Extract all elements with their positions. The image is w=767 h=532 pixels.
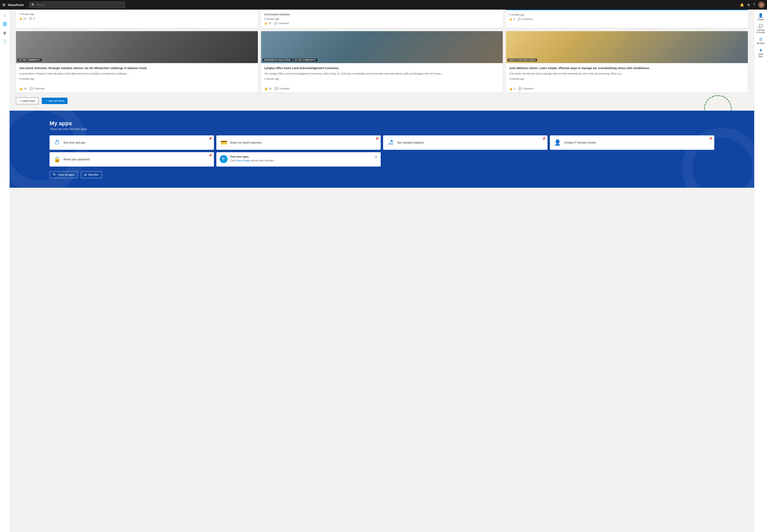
like-icon: 👍 [509, 18, 512, 21]
news-section: 5 minutes ago 👍 16 💬 3 Community Inclusi… [10, 10, 754, 111]
quick-links-icon: ★ [759, 48, 763, 53]
sidebar-item-my-apps[interactable]: ☰ My Apps [755, 35, 766, 46]
help-icon[interactable]: ? [753, 3, 755, 7]
like-icon: 👍 [264, 22, 267, 25]
comment-icon: 💬 [518, 87, 522, 90]
app-card-contact-it[interactable]: 👤 Contact IT Service Centre 📌 [550, 135, 714, 150]
find-apps-close-button[interactable]: ✕ [375, 155, 377, 159]
password-icon: 🔒 [54, 156, 61, 163]
top-card-2-like[interactable]: 👍 10 [264, 22, 271, 25]
app-card-password[interactable]: 🔒 Reset your password 📌 [50, 152, 214, 167]
sidebar-item-globe[interactable]: 🌐 [1, 20, 9, 28]
card-comment-indigenous[interactable]: 💬 Comment [275, 87, 290, 90]
main-content: 5 minutes ago 👍 16 💬 3 Community Inclusi… [10, 10, 754, 532]
card-body-wellness: June Wellness Series: Learn simple, effe… [506, 63, 748, 85]
password-pin-icon[interactable]: 📌 [209, 154, 212, 157]
app-card-vacation[interactable]: 🏖 See vacation balance 📌 [383, 135, 547, 150]
view-all-apps-button[interactable]: 🔍 View all apps [50, 171, 78, 178]
time-pay-pin-icon[interactable]: 📌 [209, 137, 212, 140]
avatar[interactable]: JD [758, 2, 765, 8]
card-tags: IN THE COMMUNITY [18, 59, 42, 62]
comment-label: Comment [523, 87, 533, 90]
card-actions-indigenous: 👍 19 💬 Comment [261, 85, 503, 93]
top-card-1-like[interactable]: 👍 16 [19, 17, 26, 20]
top-card-2-actions: 👍 10 💬 Comment [264, 22, 500, 25]
card-like-indigenous[interactable]: 👍 19 [264, 87, 271, 90]
card-image-indigenous: INDIGENOUS RELATIONS IN THE COMMUNITY [261, 31, 503, 63]
my-apps-section: My apps These are your favourite apps. ⏱… [10, 111, 754, 188]
comings-goings-icon: 💬 [759, 24, 763, 28]
card-tag-in-community: IN THE COMMUNITY [18, 59, 42, 62]
news-grid: IN THE COMMUNITY Join David Johnston, St… [16, 31, 748, 93]
settings-icon[interactable]: ⚙ [747, 3, 750, 7]
top-card-2-comment[interactable]: 💬 Comment [274, 22, 289, 25]
app-card-time-pay[interactable]: ⏱ See time and pay 📌 [50, 135, 214, 150]
card-comment-wellness[interactable]: 💬 Comment [518, 87, 533, 90]
find-apps-view-all-link[interactable]: View all apps [236, 159, 250, 162]
sidebar-item-comings-goings[interactable]: 💬 Comings & Goings [755, 23, 766, 34]
like-icon: 👍 [509, 87, 513, 90]
load-more-button[interactable]: + Load more [16, 97, 39, 104]
top-card-3-comment[interactable]: 💬 Comment [518, 18, 533, 21]
sidebar-item-quick-links[interactable]: ★ Quick links [755, 47, 766, 58]
contact-it-icon: 👤 [554, 139, 561, 146]
app-card-travel[interactable]: 💳 Enter my travel expenses 📌 [216, 135, 381, 150]
top-card-1: 5 minutes ago 👍 16 💬 3 [16, 10, 258, 28]
top-card-1-comment[interactable]: 💬 3 [29, 17, 35, 20]
find-apps-card[interactable]: 🔍 Find your apps Click View all apps and… [216, 152, 381, 167]
apps-grid-row2: 🔒 Reset your password 📌 🔍 Find your apps… [50, 152, 714, 167]
top-card-3-actions: 👍 3 💬 Comment [509, 18, 745, 21]
card-title-wheelchair[interactable]: Join David Johnston, Strategic Initiativ… [19, 66, 255, 70]
top-card-3-like[interactable]: 👍 3 [509, 18, 515, 21]
news-card-wellness: HEALTH AND WELLNESS June Wellness Series… [506, 31, 748, 93]
top-card-3-time: 5 minutes ago [509, 13, 745, 16]
sidebar-item-people[interactable]: 👤 People [755, 11, 766, 22]
like-count: 3 [514, 87, 515, 90]
see-all-label: → See all news [45, 99, 64, 102]
vacation-pin-icon[interactable]: 📌 [542, 137, 545, 140]
comment-label: Comment [34, 87, 45, 90]
grid-icon[interactable]: ⊞ [2, 3, 5, 7]
see-all-news-button[interactable]: → See all news [42, 98, 68, 104]
travel-pin-icon[interactable]: 📌 [375, 137, 379, 140]
travel-icon: 💳 [220, 139, 228, 146]
sidebar-item-page[interactable]: 📄 [1, 38, 9, 46]
card-body-wheelchair: Join David Johnston, Strategic Initiativ… [16, 63, 258, 85]
comment-icon: 💬 [29, 17, 32, 20]
card-excerpt-wheelchair: Local leaders in Dawson Creek will gathe… [19, 72, 255, 75]
card-actions-wheelchair: 👍 14 💬 Comment [16, 85, 258, 93]
find-apps-desc-suffix: and pin your favorites. [250, 159, 274, 162]
card-title-indigenous[interactable]: Langley office hosts Land Acknowledgemen… [264, 66, 500, 70]
card-body-indigenous: Langley office hosts Land Acknowledgemen… [261, 63, 503, 85]
find-apps-content: Find your apps Click View all apps and p… [230, 155, 372, 162]
top-cards-row: 5 minutes ago 👍 16 💬 3 Community Inclusi… [16, 10, 748, 28]
right-sidebar: 👤 People 💬 Comings & Goings ☰ My Apps ★ … [754, 10, 767, 532]
reorder-label: Reorder [88, 173, 98, 176]
app-name[interactable]: SharePoint [8, 3, 24, 7]
search-input[interactable] [36, 3, 123, 6]
like-icon: 👍 [19, 87, 23, 90]
comment-count: 3 [33, 17, 35, 20]
sidebar-item-quick-links-label: Quick links [756, 53, 766, 58]
find-apps-icon: 🔍 [220, 155, 228, 163]
card-like-wellness[interactable]: 👍 3 [509, 87, 515, 90]
card-comment-wheelchair[interactable]: 💬 Comment [30, 87, 45, 90]
contact-it-pin-icon[interactable]: 📌 [709, 137, 712, 140]
nav-right-icons: 🔔 ⚙ ? JD [740, 2, 765, 8]
sidebar-item-media[interactable]: ▦ [1, 29, 9, 37]
search-bar: 🔍 [29, 2, 125, 8]
top-card-1-time: 5 minutes ago [19, 13, 255, 16]
load-more-label: + Load more [19, 99, 35, 102]
comment-icon: 💬 [518, 18, 521, 21]
people-icon: 👤 [758, 13, 763, 18]
sidebar-item-home[interactable]: ⌂ [1, 11, 9, 19]
comment-label: Comment [522, 18, 533, 21]
news-cards-row: IN THE COMMUNITY Join David Johnston, St… [16, 31, 748, 93]
card-title-wellness[interactable]: June Wellness Series: Learn simple, effe… [509, 66, 745, 70]
notification-icon[interactable]: 🔔 [740, 3, 744, 7]
card-like-wheelchair[interactable]: 👍 14 [19, 87, 26, 90]
travel-label: Enter my travel expenses [230, 141, 262, 144]
reorder-button[interactable]: ⊞ Reorder [81, 171, 102, 178]
search-icon: 🔍 [31, 3, 35, 6]
vacation-label: See vacation balance [397, 141, 424, 144]
